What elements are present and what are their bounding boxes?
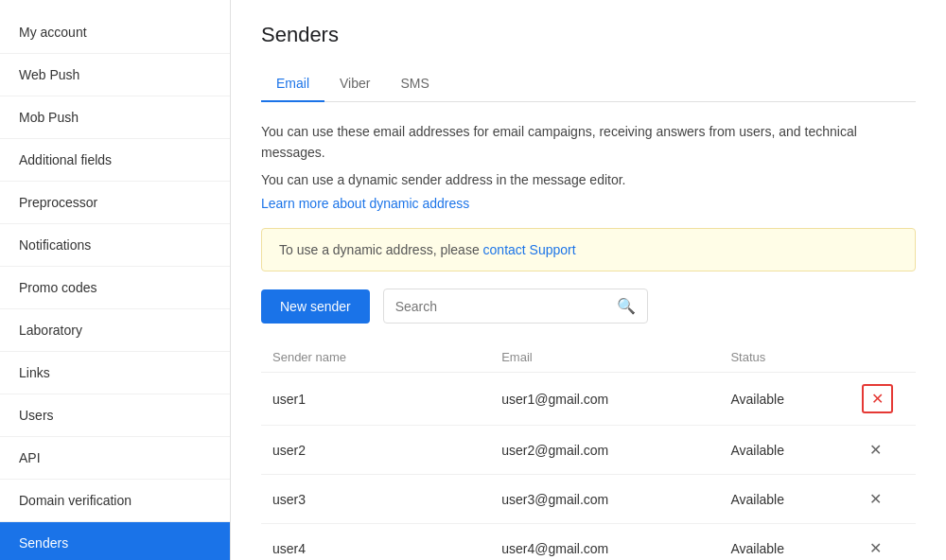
description-line2: You can use a dynamic sender address in … <box>261 169 916 190</box>
sender-email: user4@gmail.com <box>490 524 719 560</box>
learn-more-link[interactable]: Learn more about dynamic address <box>261 196 469 211</box>
sender-status: Available <box>719 524 850 560</box>
sidebar-item-api[interactable]: API <box>0 437 230 480</box>
sender-status: Available <box>719 475 850 524</box>
sidebar-item-links[interactable]: Links <box>0 352 230 394</box>
delete-sender-3-button[interactable]: ✕ <box>862 486 889 512</box>
sender-name: user2 <box>261 426 490 475</box>
search-icon: 🔍 <box>617 297 636 315</box>
description-line1: You can use these email addresses for em… <box>261 121 916 164</box>
sidebar-item-my-account[interactable]: My account <box>0 11 230 54</box>
table-row: user3user3@gmail.comAvailable✕ <box>261 475 916 524</box>
col-header-email: Email <box>490 342 719 373</box>
sender-email: user3@gmail.com <box>490 475 719 524</box>
sidebar-item-additional-fields[interactable]: Additional fields <box>0 139 230 182</box>
tab-viber[interactable]: Viber <box>324 66 385 102</box>
delete-sender-2-button[interactable]: ✕ <box>862 437 889 463</box>
contact-support-link[interactable]: contact Support <box>483 242 576 257</box>
sidebar-item-promo-codes[interactable]: Promo codes <box>0 267 230 309</box>
tab-sms[interactable]: SMS <box>385 66 444 102</box>
table-row: user2user2@gmail.comAvailable✕ <box>261 426 916 475</box>
new-sender-button[interactable]: New sender <box>261 289 370 324</box>
toolbar: New sender 🔍 <box>261 289 916 324</box>
sender-name: user3 <box>261 475 490 524</box>
sidebar-item-domain-verification[interactable]: Domain verification <box>0 480 230 522</box>
sidebar-item-web-push[interactable]: Web Push <box>0 54 230 96</box>
col-header-action <box>850 342 916 373</box>
sidebar-item-preprocessor[interactable]: Preprocessor <box>0 182 230 224</box>
table-row: user1user1@gmail.comAvailable✕ <box>261 373 916 426</box>
sidebar-item-laboratory[interactable]: Laboratory <box>0 309 230 352</box>
dynamic-address-banner: To use a dynamic address, please contact… <box>261 228 916 271</box>
sender-name: user4 <box>261 524 490 560</box>
sender-email: user2@gmail.com <box>490 426 719 475</box>
search-input[interactable] <box>395 299 617 314</box>
col-header-status: Status <box>719 342 850 373</box>
sidebar: My accountWeb PushMob PushAdditional fie… <box>0 0 231 560</box>
col-header-name: Sender name <box>261 342 490 373</box>
delete-sender-1-button[interactable]: ✕ <box>862 384 893 413</box>
sender-action: ✕ <box>850 524 916 560</box>
sender-action: ✕ <box>850 475 916 524</box>
sender-email: user1@gmail.com <box>490 373 719 426</box>
app-container: My accountWeb PushMob PushAdditional fie… <box>0 0 946 560</box>
table-row: user4user4@gmail.comAvailable✕ <box>261 524 916 560</box>
banner-text: To use a dynamic address, please <box>279 242 483 257</box>
sender-action: ✕ <box>850 426 916 475</box>
tabs-container: EmailViberSMS <box>261 66 916 102</box>
sender-status: Available <box>719 373 850 426</box>
page-title: Senders <box>261 23 916 47</box>
sidebar-item-notifications[interactable]: Notifications <box>0 224 230 267</box>
search-box: 🔍 <box>383 289 648 324</box>
sidebar-item-users[interactable]: Users <box>0 394 230 437</box>
main-content: Senders EmailViberSMS You can use these … <box>231 0 946 560</box>
sender-status: Available <box>719 426 850 475</box>
sender-name: user1 <box>261 373 490 426</box>
sidebar-item-mob-push[interactable]: Mob Push <box>0 96 230 139</box>
sidebar-item-senders[interactable]: Senders <box>0 522 230 560</box>
sender-action: ✕ <box>850 373 916 426</box>
tab-email[interactable]: Email <box>261 66 324 102</box>
senders-table: Sender name Email Status user1user1@gmai… <box>261 342 916 560</box>
delete-sender-4-button[interactable]: ✕ <box>862 535 889 560</box>
